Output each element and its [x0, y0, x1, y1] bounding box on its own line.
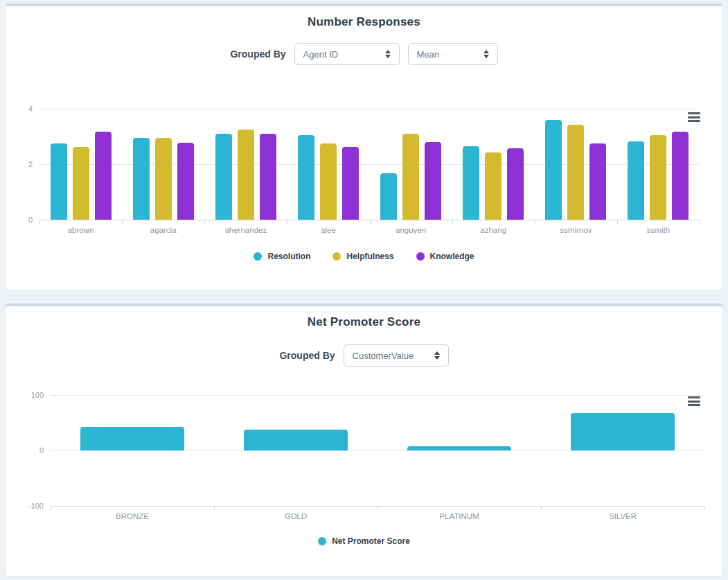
x-axis-tick — [452, 220, 453, 224]
bar-helpfulness-abrown[interactable] — [73, 147, 89, 220]
x-axis-tick — [700, 220, 700, 224]
y-axis-tick-label: 100 — [15, 391, 44, 399]
bar-helpfulness-ssmith[interactable] — [650, 135, 666, 220]
x-axis-tick — [535, 220, 535, 224]
legend-label: Knowledge — [430, 252, 474, 261]
x-axis-category-label: ssmith — [617, 226, 700, 234]
x-axis-category-label: BRONZE — [51, 512, 214, 520]
x-axis-tick — [704, 506, 705, 510]
bar-knowledge-azhang[interactable] — [507, 148, 524, 220]
bar-resolution-ahernandez[interactable] — [215, 134, 232, 220]
x-axis-tick — [51, 506, 51, 510]
legend-item-knowledge[interactable]: Knowledge — [416, 252, 474, 261]
x-axis-category-label: alee — [287, 226, 369, 234]
gridline — [51, 450, 704, 451]
bar-resolution-alee[interactable] — [298, 135, 314, 220]
x-axis-tick — [378, 506, 378, 510]
bar-knowledge-abrown[interactable] — [95, 132, 112, 220]
bar-net-promoter-score-gold[interactable] — [244, 430, 348, 450]
x-axis-tick — [214, 506, 215, 510]
chart-context-menu-icon[interactable] — [688, 396, 700, 406]
bar-resolution-abrown[interactable] — [51, 143, 67, 220]
bar-resolution-ssmirnov[interactable] — [545, 120, 562, 220]
x-axis-category-label: agarcia — [122, 226, 204, 234]
bar-net-promoter-score-bronze[interactable] — [80, 427, 184, 450]
bar-helpfulness-ssmirnov[interactable] — [567, 125, 584, 220]
y-axis-tick-label: 4 — [3, 105, 33, 113]
bar-helpfulness-azhang[interactable] — [485, 152, 501, 220]
x-axis-category-label: abrown — [39, 226, 122, 234]
bar-resolution-agarcia[interactable] — [133, 138, 150, 220]
x-axis-category-label: azhang — [452, 226, 535, 234]
chart-context-menu-icon[interactable] — [688, 112, 700, 122]
bar-knowledge-ahernandez[interactable] — [260, 134, 276, 220]
bar-net-promoter-score-silver[interactable] — [571, 413, 675, 450]
bar-resolution-azhang[interactable] — [463, 146, 479, 220]
bar-knowledge-agarcia[interactable] — [177, 143, 194, 220]
bar-helpfulness-alee[interactable] — [320, 143, 337, 220]
x-axis-tick — [617, 220, 618, 224]
x-axis-category-label: GOLD — [214, 512, 378, 520]
x-axis-tick — [204, 220, 205, 224]
legend-marker-icon — [332, 252, 341, 261]
y-axis-tick-label: 0 — [3, 216, 33, 224]
legend-label: Resolution — [267, 252, 310, 261]
gridline — [39, 109, 700, 109]
number-responses-panel: Number Responses Grouped By Agent ID Mea… — [5, 3, 723, 290]
bar-knowledge-alee[interactable] — [342, 147, 359, 220]
legend-label: Net Promoter Score — [332, 536, 410, 546]
number-responses-chart-plot: 024abrownagarciaahernandezaleeanguyenazh… — [6, 6, 722, 290]
bar-helpfulness-ahernandez[interactable] — [238, 130, 254, 220]
y-axis-tick-label: -100 — [15, 502, 44, 510]
y-axis-tick-label: 2 — [3, 160, 33, 168]
net-promoter-score-panel: Net Promoter Score Grouped By CustomerVa… — [5, 304, 723, 577]
bar-net-promoter-score-platinum[interactable] — [407, 446, 511, 450]
legend-marker-icon — [416, 252, 425, 261]
bar-helpfulness-anguyen[interactable] — [402, 134, 419, 220]
bar-knowledge-anguyen[interactable] — [425, 142, 441, 220]
y-axis-tick-label: 0 — [15, 446, 44, 455]
x-axis-category-label: SILVER — [541, 512, 704, 520]
x-axis-tick — [370, 220, 371, 224]
dashboard-page: { "panels": [ { "title": "Number Respons… — [0, 0, 728, 580]
legend-label: Helpfulness — [346, 252, 393, 261]
legend-item-resolution[interactable]: Resolution — [254, 252, 310, 261]
legend-item-net-promoter-score[interactable]: Net Promoter Score — [318, 536, 410, 546]
legend-marker-icon — [254, 252, 262, 261]
x-axis-tick — [122, 220, 123, 224]
nps-chart-plot: -1000100BRONZEGOLDPLATINUMSILVER — [6, 306, 722, 576]
bar-resolution-anguyen[interactable] — [380, 173, 397, 220]
x-axis-category-label: PLATINUM — [378, 512, 541, 520]
x-axis-tick — [287, 220, 287, 224]
legend-marker-icon — [318, 537, 326, 545]
chart-legend: Net Promoter Score — [6, 536, 722, 546]
bar-knowledge-ssmith[interactable] — [672, 132, 689, 220]
x-axis-tick — [39, 220, 40, 224]
bar-helpfulness-agarcia[interactable] — [155, 138, 172, 220]
gridline — [51, 395, 704, 396]
x-axis-category-label: ahernandez — [204, 226, 287, 234]
x-axis-category-label: ssmirnov — [535, 226, 617, 234]
x-axis-tick — [541, 506, 542, 510]
bar-knowledge-ssmirnov[interactable] — [589, 143, 606, 220]
x-axis-category-label: anguyen — [370, 226, 452, 234]
chart-legend: ResolutionHelpfulnessKnowledge — [6, 252, 722, 261]
bar-resolution-ssmith[interactable] — [628, 141, 644, 220]
legend-item-helpfulness[interactable]: Helpfulness — [332, 252, 393, 261]
